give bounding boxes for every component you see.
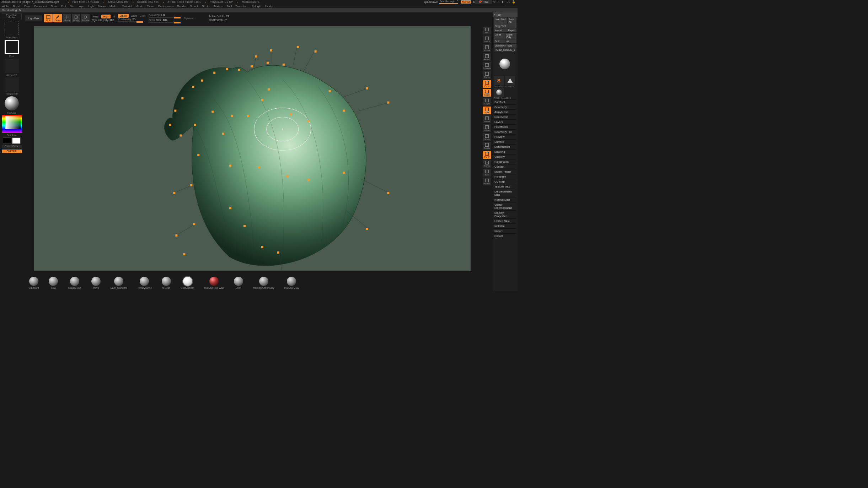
quick-persp[interactable]: Persp [483, 71, 491, 79]
menu-zplugin[interactable]: Zplugin [252, 5, 261, 8]
tool-section-display-properties[interactable]: Display Properties [494, 210, 516, 218]
material-swatch[interactable] [5, 96, 19, 110]
menu-color[interactable]: Color [24, 5, 31, 8]
tool-section-contact[interactable]: Contact [494, 164, 516, 169]
active-tool-thumbnail[interactable] [494, 53, 516, 75]
menu-stroke[interactable]: Stroke [202, 5, 210, 8]
viewport-canvas[interactable] [34, 26, 471, 271]
brush-slot-hpolish[interactable]: hPolish [162, 277, 171, 289]
quick-dynamic[interactable]: Dynamic [483, 62, 491, 70]
quick-aahalf[interactable]: AAHalf [483, 53, 491, 61]
projection-master-button[interactable]: Projection Master [2, 13, 22, 19]
move-button[interactable]: Move [63, 14, 71, 22]
menu-transform[interactable]: Transform [235, 5, 248, 8]
switchcolor-button[interactable]: SwitchColor [2, 145, 22, 148]
save-as-button[interactable]: Save As [508, 17, 516, 24]
titlebar-icons[interactable]: ⟲ ⎌ ◧ ⛶ 🔒 [493, 0, 516, 4]
tool-section-surface[interactable]: Surface [494, 139, 516, 144]
tool-section-unified-skin[interactable]: Unified Skin [494, 218, 516, 223]
menu-stencil[interactable]: Stencil [190, 5, 198, 8]
tool-palette-tab[interactable]: 📌Tool [475, 0, 492, 4]
brush-slot-matcap-gray[interactable]: MatCap Gray [284, 277, 299, 289]
quick-actual[interactable]: Actual [483, 44, 491, 52]
quick-rotate[interactable]: Rotate [483, 142, 491, 150]
mrgb-toggle[interactable]: Mrgb [92, 15, 100, 18]
menu-document[interactable]: Document [34, 5, 47, 8]
menu-macro[interactable]: Macro [98, 5, 106, 8]
simplebrush-thumb[interactable]: S [494, 76, 504, 85]
tool-section-initialize[interactable]: Initialize [494, 223, 516, 228]
texture-swatch[interactable] [5, 77, 19, 92]
quicksave-button[interactable]: QuickSave [424, 0, 438, 4]
quick-lsym[interactable]: L.Sym [483, 98, 491, 105]
chevron-left-icon[interactable]: ‹ [494, 13, 495, 16]
seethrough-slider[interactable]: See-through 0 [439, 0, 458, 4]
menu-picker[interactable]: Picker [147, 5, 155, 8]
menu-texture[interactable]: Texture [214, 5, 223, 8]
copy-tool-button[interactable]: Copy Tool [494, 24, 516, 28]
rgb-toggle[interactable]: Rgb [101, 15, 111, 18]
quick-scale[interactable]: Scale [483, 133, 491, 141]
alpha-swatch[interactable] [5, 59, 19, 73]
quick-polyf[interactable]: PolyF [483, 151, 491, 159]
menu-movie[interactable]: Movie [135, 5, 143, 8]
goz-button[interactable]: GoZ [494, 39, 505, 43]
clone-button[interactable]: Clone [494, 33, 505, 39]
zcut-toggle[interactable]: Zcut [139, 14, 147, 18]
goz-all-button[interactable]: All [505, 39, 517, 43]
cone3d-thumb[interactable] [505, 76, 515, 85]
edit-button[interactable]: Edit [44, 14, 53, 22]
brush-slot-clay[interactable]: Clay [49, 277, 58, 289]
menus-button[interactable]: Menus [461, 0, 471, 4]
zadd-toggle[interactable]: Zadd [118, 14, 129, 18]
quick-xpz[interactable]: Xpz [483, 107, 491, 114]
tool-section-layers[interactable]: Layers [494, 119, 516, 124]
make-polymesh-button[interactable]: Make Poly [505, 33, 517, 39]
menu-draw[interactable]: Draw [51, 5, 58, 8]
lightbox-button[interactable]: LightBox [25, 15, 42, 21]
menu-file[interactable]: File [69, 5, 74, 8]
tool-section-deformation[interactable]: Deformation [494, 144, 516, 149]
tool-section-subtool[interactable]: SubTool [494, 99, 516, 104]
tool-section-polypaint[interactable]: Polypaint [494, 174, 516, 179]
load-tool-button[interactable]: Load Tool [494, 17, 507, 24]
tool-section-morph-target[interactable]: Morph Target [494, 169, 516, 174]
brush-slot-trimdynamic[interactable]: TrimDynamic [137, 277, 152, 289]
dynamic-toggle[interactable]: Dynamic [183, 16, 196, 20]
quick-frame[interactable]: Frame [483, 115, 491, 123]
rect-swatch[interactable] [5, 40, 19, 54]
import-button[interactable]: Import [494, 28, 507, 32]
tool-section-texture-map[interactable]: Texture Map [494, 184, 516, 189]
quick-transp[interactable]: Transp [483, 160, 491, 168]
brush-slot-claybuildup[interactable]: ClayBuildup [68, 277, 81, 289]
primary-color-swatch[interactable] [12, 137, 21, 144]
z-intensity-slider[interactable]: Z Intensity25 [118, 18, 146, 21]
stroke-swatch[interactable] [5, 21, 19, 35]
menu-alpha[interactable]: Alpha [2, 5, 9, 8]
rgb-intensity-slider[interactable]: Rgb Intensity100 [92, 18, 116, 22]
menu-edit[interactable]: Edit [61, 5, 66, 8]
tool-section-import[interactable]: Import [494, 228, 516, 233]
brush-slot-skinshade4[interactable]: SkinShade4 [181, 277, 194, 289]
zsub-toggle[interactable]: Zsub [130, 14, 138, 18]
tool-section-masking[interactable]: Masking [494, 149, 516, 154]
menu-light[interactable]: Light [88, 5, 94, 8]
tool-section-preview[interactable]: Preview [494, 134, 516, 139]
lightbox-tools-button[interactable]: Lightbox> Tools [494, 44, 516, 48]
menu-tool[interactable]: Tool [227, 5, 232, 8]
quick-spix3[interactable]: SPix 3 [483, 36, 491, 43]
rotate-button[interactable]: Rotate [81, 14, 90, 22]
quick-move[interactable]: Move [483, 124, 491, 132]
tool-section-displacement-map[interactable]: Displacement Map [494, 189, 516, 197]
quick-bpr[interactable]: BPR [483, 27, 491, 34]
brush-slot-matcap-red-wax[interactable]: MatCap Red Wax [204, 277, 224, 289]
tool-section-nanomesh[interactable]: NanoMesh [494, 114, 516, 119]
brush-slot-standard[interactable]: Standard [29, 277, 39, 289]
quick-solo[interactable]: Solo [483, 169, 491, 177]
tool-section-visibility[interactable]: Visibility [494, 154, 516, 159]
brush-slot-dam_standard[interactable]: Dam_Standard [111, 277, 127, 289]
brush-slot-matcap-greenclay[interactable]: MatCap GreenClay [253, 277, 274, 289]
menu-marker[interactable]: Marker [109, 5, 118, 8]
tool-section-arraymesh[interactable]: ArrayMesh [494, 109, 516, 114]
menu-layer[interactable]: Layer [77, 5, 85, 8]
